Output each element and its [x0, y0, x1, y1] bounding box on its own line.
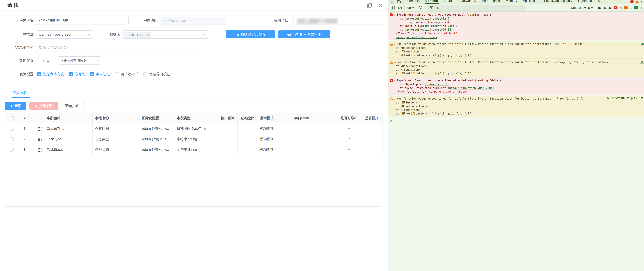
- context-selector[interactable]: top: [406, 6, 414, 9]
- sql-config-button[interactable]: 数据源SQL配置: [226, 30, 275, 38]
- device-toolbar-icon[interactable]: [396, 0, 402, 4]
- message-text: TypeError: Cannot read properties of nul…: [396, 13, 491, 16]
- expand-caret-icon[interactable]: ▶: [396, 32, 397, 35]
- tab-field-properties[interactable]: 字段属性: [5, 91, 28, 95]
- table-config-option[interactable]: 隐藏导出按钮: [144, 72, 170, 76]
- batch-delete-button[interactable]: 批量删除: [30, 102, 58, 110]
- source-link[interactable]: DataOriginOption.vue:1032:5: [404, 17, 449, 20]
- drag-handle-icon[interactable]: [38, 127, 39, 128]
- expand-caret-icon[interactable]: ▶: [394, 13, 396, 16]
- devtools-tab-performance[interactable]: Performance: [479, 0, 503, 4]
- more-tabs-chevron[interactable]: »: [596, 0, 602, 4]
- source-link[interactable]: DataOriginOption.vue:1066:14: [404, 28, 451, 31]
- devtools-tab-lighthouse[interactable]: Lighthouse: [575, 0, 596, 4]
- object-preview[interactable]: Proxy(Object) {…}: [398, 32, 426, 35]
- expand-caret-icon[interactable]: ▶: [555, 97, 556, 100]
- table-config-option[interactable]: 斑马纹样式: [115, 72, 138, 76]
- object-preview[interactable]: Proxy(Object) {…}: [557, 97, 585, 100]
- java-path-input[interactable]: [36, 44, 193, 52]
- filter-input[interactable]: Filter: [427, 5, 526, 11]
- row-checkbox[interactable]: [10, 127, 14, 131]
- table-cell: 模糊查询: [257, 123, 292, 134]
- select-all-checkbox[interactable]: [10, 116, 14, 120]
- expand-caret-icon[interactable]: ▶: [394, 79, 396, 82]
- group-type-label: 分组类型: [261, 17, 288, 25]
- table-config-option-label[interactable]: 斑马纹样式: [121, 72, 138, 76]
- live-expression-eye-icon[interactable]: [418, 5, 423, 10]
- query-permission-select[interactable]: 不登录可查询数据: [58, 56, 101, 64]
- table-config-option-label[interactable]: 纵向边框: [96, 72, 110, 76]
- drag-handle-icon[interactable]: [38, 138, 39, 139]
- java-path-value[interactable]: [39, 44, 190, 52]
- drag-handle-icon[interactable]: [38, 148, 39, 149]
- expand-caret-icon[interactable]: ▶: [394, 61, 396, 64]
- expand-caret-icon[interactable]: ▶: [396, 90, 397, 93]
- devtools-tab-sources[interactable]: Sources: [441, 0, 458, 4]
- parse-fields-button[interactable]: 解析配置生成字段: [278, 30, 330, 38]
- log-levels-selector[interactable]: Default levels: [571, 6, 593, 9]
- table-cell: √: [337, 144, 361, 155]
- devtools-tab-elements[interactable]: Elements: [404, 0, 422, 4]
- paging-checkbox[interactable]: [37, 59, 41, 62]
- source-link[interactable]: index.ts:38:16: [426, 83, 449, 86]
- checkbox-icon[interactable]: [144, 72, 147, 76]
- expand-caret-icon[interactable]: ▶: [394, 97, 396, 100]
- table-config-option-label[interactable]: 隐藏导出按钮: [149, 72, 170, 76]
- message-source-link[interactable]: chunk-WT5GNHYY.js?v=483: [606, 97, 644, 100]
- row-checkbox[interactable]: [10, 148, 14, 152]
- data-table-select[interactable]: TaskList（） ✕: [122, 30, 208, 38]
- table-config-option[interactable]: 固定表格高度: [37, 72, 64, 76]
- message-source-link[interactable]: se: [640, 42, 644, 45]
- expand-caret-icon[interactable]: ▶: [555, 61, 556, 64]
- show-ignored-frames-link[interactable]: Show ignore-listed frames: [396, 36, 437, 39]
- adjust-order-button[interactable]: 调整排序: [61, 102, 84, 110]
- add-button[interactable]: + 新增: [5, 102, 26, 110]
- row-checkbox[interactable]: [10, 137, 14, 141]
- table-cell: [292, 134, 337, 144]
- report-name-value[interactable]: [39, 17, 126, 24]
- report-name-input[interactable]: [36, 17, 129, 25]
- data-source-select[interactable]: xian-les（postgresql）: [36, 30, 93, 38]
- fullscreen-icon[interactable]: [367, 3, 372, 8]
- paging-checkbox-label[interactable]: 分页: [43, 58, 50, 63]
- console-prompt[interactable]: >: [388, 117, 644, 123]
- error-count-badge[interactable]: 2: [630, 0, 634, 3]
- checkbox-checked-icon[interactable]: [69, 72, 73, 76]
- devtools-tab-memory[interactable]: Memory: [503, 0, 520, 4]
- object-preview[interactable]: Proxy(Object) {…}: [557, 61, 585, 64]
- object-preview[interactable]: (4) [{…}, {…}, {…}, {…}]: [431, 112, 471, 115]
- devtools-tab-console[interactable]: Console: [422, 0, 441, 4]
- source-link[interactable]: DataOriginOption.vue:1220:3: [449, 86, 494, 90]
- table-config-option[interactable]: 纵向边框: [90, 72, 110, 76]
- table-config-option-label[interactable]: 固定表格高度: [43, 72, 64, 76]
- message-source-link[interactable]: se: [640, 60, 644, 64]
- message-text: ): [449, 83, 451, 86]
- warning-count-badge[interactable]: 3: [640, 0, 642, 3]
- object-preview[interactable]: (4) [{…}, {…}, {…}, {…}]: [431, 54, 471, 57]
- expand-caret-icon[interactable]: ▶: [429, 112, 430, 115]
- table-config-option[interactable]: 序号列: [69, 72, 85, 76]
- issues-counter[interactable]: 45 Issues:: [598, 6, 612, 9]
- table-hscrollbar[interactable]: [5, 206, 382, 207]
- console-sidebar-icon[interactable]: [390, 5, 396, 10]
- tag-remove-icon[interactable]: ✕: [146, 33, 149, 36]
- inspect-element-icon[interactable]: [390, 0, 395, 4]
- checkbox-checked-icon[interactable]: [90, 72, 94, 76]
- devtools-tab-application[interactable]: Application: [520, 0, 541, 4]
- checkbox-icon[interactable]: [115, 72, 119, 76]
- object-preview[interactable]: Proxy(Object) {…}: [398, 90, 426, 93]
- expand-caret-icon[interactable]: ▶: [394, 42, 396, 46]
- checkbox-checked-icon[interactable]: [37, 72, 41, 76]
- object-preview[interactable]: (4) [{…}, {…}, {…}, {…}]: [431, 72, 471, 75]
- table-config-option-label[interactable]: 序号列: [74, 72, 85, 76]
- expand-caret-icon[interactable]: ▶: [429, 54, 430, 57]
- close-icon[interactable]: ✕: [378, 3, 383, 8]
- devtools-tab-privacy-and-security[interactable]: Privacy and security: [541, 0, 575, 4]
- column-header: 查询模式: [257, 113, 292, 123]
- devtools-tab-network[interactable]: Network: [458, 0, 479, 4]
- clear-console-icon[interactable]: [398, 5, 403, 10]
- group-type-select[interactable]: [293, 17, 382, 25]
- message-text: at <ElButton>: [396, 101, 417, 104]
- source-link[interactable]: DataOriginOption.vue:1031:3: [420, 24, 464, 27]
- expand-caret-icon[interactable]: ▶: [429, 72, 430, 75]
